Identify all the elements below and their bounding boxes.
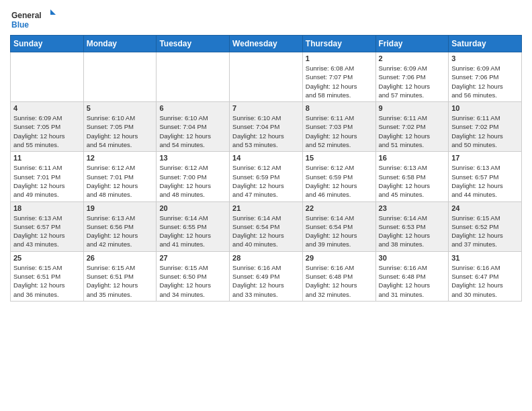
calendar-header-thursday: Thursday (302, 36, 375, 52)
day-info: Sunrise: 6:09 AMSunset: 7:06 PMDaylight:… (451, 64, 519, 99)
day-number: 8 (306, 104, 373, 112)
day-info: Sunrise: 6:16 AMSunset: 6:48 PMDaylight:… (379, 263, 446, 299)
day-number: 20 (159, 204, 226, 212)
day-info: Sunrise: 6:16 AMSunset: 6:49 PMDaylight:… (232, 263, 300, 299)
day-number: 22 (306, 204, 373, 212)
calendar-cell: 7Sunrise: 6:10 AMSunset: 7:04 PMDaylight… (230, 102, 303, 152)
day-number: 3 (451, 54, 519, 62)
day-info: Sunrise: 6:13 AMSunset: 6:57 PMDaylight:… (13, 214, 81, 249)
calendar-table: SundayMondayTuesdayWednesdayThursdayFrid… (10, 35, 522, 302)
day-number: 2 (379, 54, 446, 62)
svg-marker-1 (50, 9, 56, 15)
calendar-cell: 6Sunrise: 6:10 AMSunset: 7:04 PMDaylight… (157, 102, 230, 152)
calendar-week-4: 18Sunrise: 6:13 AMSunset: 6:57 PMDayligh… (11, 201, 522, 251)
day-number: 19 (87, 204, 154, 212)
day-number: 17 (451, 154, 519, 162)
day-info: Sunrise: 6:14 AMSunset: 6:55 PMDaylight:… (159, 214, 226, 249)
day-info: Sunrise: 6:15 AMSunset: 6:51 PMDaylight:… (87, 263, 154, 299)
calendar-cell: 15Sunrise: 6:12 AMSunset: 6:59 PMDayligh… (302, 152, 375, 201)
day-number: 1 (306, 54, 373, 62)
calendar-cell: 13Sunrise: 6:12 AMSunset: 7:00 PMDayligh… (157, 152, 230, 201)
svg-text:General: General (11, 11, 42, 20)
day-number: 12 (87, 154, 154, 162)
calendar-cell: 3Sunrise: 6:09 AMSunset: 7:06 PMDaylight… (449, 52, 522, 102)
calendar-cell: 18Sunrise: 6:13 AMSunset: 6:57 PMDayligh… (11, 201, 84, 251)
calendar-cell: 19Sunrise: 6:13 AMSunset: 6:56 PMDayligh… (83, 201, 157, 251)
day-info: Sunrise: 6:12 AMSunset: 7:01 PMDaylight:… (87, 163, 154, 199)
calendar-cell (157, 52, 230, 102)
day-info: Sunrise: 6:15 AMSunset: 6:51 PMDaylight:… (13, 263, 81, 299)
day-info: Sunrise: 6:15 AMSunset: 6:50 PMDaylight:… (159, 263, 226, 299)
day-info: Sunrise: 6:11 AMSunset: 7:02 PMDaylight:… (451, 113, 519, 149)
calendar-cell: 20Sunrise: 6:14 AMSunset: 6:55 PMDayligh… (157, 201, 230, 251)
calendar-cell (11, 52, 84, 102)
day-number: 7 (232, 104, 300, 112)
day-info: Sunrise: 6:13 AMSunset: 6:56 PMDaylight:… (87, 214, 154, 249)
calendar-cell: 10Sunrise: 6:11 AMSunset: 7:02 PMDayligh… (449, 102, 522, 152)
day-number: 11 (13, 154, 81, 162)
calendar-cell: 25Sunrise: 6:15 AMSunset: 6:51 PMDayligh… (11, 251, 84, 301)
calendar-week-2: 4Sunrise: 6:09 AMSunset: 7:05 PMDaylight… (11, 102, 522, 152)
calendar-cell: 5Sunrise: 6:10 AMSunset: 7:05 PMDaylight… (83, 102, 157, 152)
day-info: Sunrise: 6:10 AMSunset: 7:05 PMDaylight:… (87, 113, 154, 149)
calendar-cell: 21Sunrise: 6:14 AMSunset: 6:54 PMDayligh… (230, 201, 303, 251)
day-info: Sunrise: 6:14 AMSunset: 6:54 PMDaylight:… (232, 214, 300, 249)
calendar-header-monday: Monday (83, 36, 157, 52)
calendar-cell: 30Sunrise: 6:16 AMSunset: 6:48 PMDayligh… (375, 251, 449, 301)
calendar-cell: 12Sunrise: 6:12 AMSunset: 7:01 PMDayligh… (83, 152, 157, 201)
calendar-cell: 16Sunrise: 6:13 AMSunset: 6:58 PMDayligh… (375, 152, 449, 201)
calendar-cell: 23Sunrise: 6:14 AMSunset: 6:53 PMDayligh… (375, 201, 449, 251)
day-info: Sunrise: 6:15 AMSunset: 6:52 PMDaylight:… (451, 214, 519, 249)
svg-text:Blue: Blue (11, 20, 29, 30)
day-number: 24 (451, 204, 519, 212)
calendar-cell: 31Sunrise: 6:16 AMSunset: 6:47 PMDayligh… (449, 251, 522, 301)
day-number: 29 (306, 254, 373, 262)
day-number: 9 (379, 104, 446, 112)
day-number: 21 (232, 204, 300, 212)
calendar-header-saturday: Saturday (449, 36, 522, 52)
day-number: 5 (87, 104, 154, 112)
day-info: Sunrise: 6:11 AMSunset: 7:02 PMDaylight:… (379, 113, 446, 149)
day-info: Sunrise: 6:09 AMSunset: 7:05 PMDaylight:… (13, 113, 81, 149)
calendar-cell: 8Sunrise: 6:11 AMSunset: 7:03 PMDaylight… (302, 102, 375, 152)
calendar-header-friday: Friday (375, 36, 449, 52)
calendar-cell: 27Sunrise: 6:15 AMSunset: 6:50 PMDayligh… (157, 251, 230, 301)
day-number: 15 (306, 154, 373, 162)
calendar-cell: 24Sunrise: 6:15 AMSunset: 6:52 PMDayligh… (449, 201, 522, 251)
day-info: Sunrise: 6:12 AMSunset: 7:00 PMDaylight:… (159, 163, 226, 199)
calendar-cell (230, 52, 303, 102)
calendar-cell: 9Sunrise: 6:11 AMSunset: 7:02 PMDaylight… (375, 102, 449, 152)
day-info: Sunrise: 6:12 AMSunset: 6:59 PMDaylight:… (232, 163, 300, 199)
calendar-cell: 2Sunrise: 6:09 AMSunset: 7:06 PMDaylight… (375, 52, 449, 102)
day-info: Sunrise: 6:09 AMSunset: 7:06 PMDaylight:… (379, 64, 446, 99)
logo: General Blue (10, 7, 57, 31)
calendar-cell: 28Sunrise: 6:16 AMSunset: 6:49 PMDayligh… (230, 251, 303, 301)
day-info: Sunrise: 6:14 AMSunset: 6:54 PMDaylight:… (306, 214, 373, 249)
day-number: 23 (379, 204, 446, 212)
day-info: Sunrise: 6:13 AMSunset: 6:58 PMDaylight:… (379, 163, 446, 199)
day-number: 6 (159, 104, 226, 112)
day-info: Sunrise: 6:14 AMSunset: 6:53 PMDaylight:… (379, 214, 446, 249)
calendar-cell: 29Sunrise: 6:16 AMSunset: 6:48 PMDayligh… (302, 251, 375, 301)
day-number: 31 (451, 254, 519, 262)
day-number: 14 (232, 154, 300, 162)
day-number: 28 (232, 254, 300, 262)
day-info: Sunrise: 6:16 AMSunset: 6:47 PMDaylight:… (451, 263, 519, 299)
calendar-cell: 14Sunrise: 6:12 AMSunset: 6:59 PMDayligh… (230, 152, 303, 201)
calendar-header-row: SundayMondayTuesdayWednesdayThursdayFrid… (11, 36, 522, 52)
day-info: Sunrise: 6:16 AMSunset: 6:48 PMDaylight:… (306, 263, 373, 299)
day-info: Sunrise: 6:11 AMSunset: 7:01 PMDaylight:… (13, 163, 81, 199)
calendar-cell: 1Sunrise: 6:08 AMSunset: 7:07 PMDaylight… (302, 52, 375, 102)
day-number: 4 (13, 104, 81, 112)
day-number: 10 (451, 104, 519, 112)
calendar-header-wednesday: Wednesday (230, 36, 303, 52)
calendar-cell: 22Sunrise: 6:14 AMSunset: 6:54 PMDayligh… (302, 201, 375, 251)
calendar-cell: 26Sunrise: 6:15 AMSunset: 6:51 PMDayligh… (83, 251, 157, 301)
calendar-cell: 11Sunrise: 6:11 AMSunset: 7:01 PMDayligh… (11, 152, 84, 201)
day-number: 16 (379, 154, 446, 162)
day-number: 25 (13, 254, 81, 262)
calendar-week-5: 25Sunrise: 6:15 AMSunset: 6:51 PMDayligh… (11, 251, 522, 301)
calendar-cell (83, 52, 157, 102)
day-number: 18 (13, 204, 81, 212)
calendar-week-1: 1Sunrise: 6:08 AMSunset: 7:07 PMDaylight… (11, 52, 522, 102)
